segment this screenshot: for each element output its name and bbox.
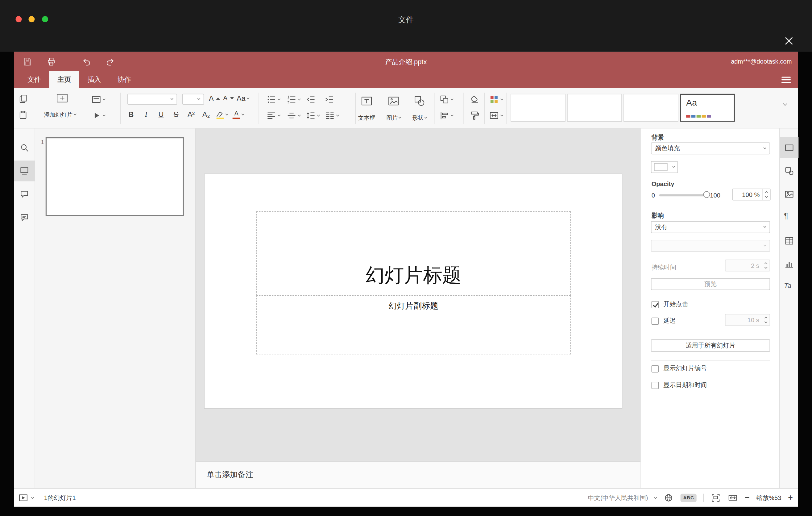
underline-button[interactable]: U [156,111,166,119]
font-size-select[interactable] [182,94,204,105]
slide-thumbnail-1[interactable] [46,137,184,216]
show-date-time-row: 显示日期和时间 [651,381,707,390]
insert-textbox-button[interactable]: 文本框 [353,93,379,123]
line-spacing-button[interactable] [306,111,319,121]
start-slideshow-status-button[interactable] [18,492,29,503]
insert-columns-button[interactable] [324,111,339,121]
shape-settings-icon[interactable] [784,166,794,176]
opacity-input[interactable]: 100 % [732,189,770,201]
copy-style-button[interactable] [469,111,480,121]
zoom-in-button[interactable]: + [788,494,793,502]
bold-button[interactable]: B [126,111,136,119]
image-settings-icon[interactable] [784,189,794,200]
close-icon[interactable] [782,34,796,48]
chat-feedback-icon[interactable] [19,212,30,223]
font-name-select[interactable] [127,94,177,105]
fit-width-button[interactable] [728,492,738,503]
duration-input: 2 s [725,260,770,271]
comments-icon[interactable] [19,189,30,200]
delay-spinner [762,314,770,325]
zoom-level[interactable]: 缩放%53 [756,493,781,503]
tab-file[interactable]: 文件 [19,71,49,88]
tab-insert[interactable]: 插入 [79,71,109,88]
theme-swatches [686,115,711,118]
home-toolbar: 添加幻灯片 A A Aa B I U S A² A₂ A [14,88,798,128]
slide-thumbnails-panel: 1 [35,128,196,488]
chart-settings-icon[interactable] [784,259,794,269]
arrange-shapes-button[interactable] [439,94,453,105]
delay-row: 延迟 [651,317,676,325]
add-slide-button[interactable]: 添加幻灯片 [44,111,76,118]
decrease-font-button[interactable]: A [222,94,234,102]
slideshow-options-chevron-icon[interactable] [31,496,34,498]
theme-tile-3[interactable] [624,94,678,122]
fit-slide-button[interactable] [710,492,721,503]
strikeout-button[interactable]: S [171,111,181,119]
change-case-button[interactable]: Aa [237,94,249,103]
slide-canvas[interactable]: 幻灯片标题 幻灯片副标题 [204,173,622,409]
status-separator [703,494,704,502]
subtitle-placeholder[interactable]: 幻灯片副标题 [256,295,571,354]
opacity-slider-track[interactable] [659,194,707,196]
align-shapes-button[interactable] [439,111,453,121]
show-date-time-checkbox[interactable] [651,381,659,389]
opacity-slider-knob[interactable] [703,191,710,198]
theme-tile-2[interactable] [567,94,622,122]
add-slide-icon[interactable] [56,92,69,105]
color-scheme-button[interactable] [489,94,503,105]
numbering-button[interactable] [286,94,300,105]
clear-style-button[interactable] [469,94,480,105]
tab-home[interactable]: 主页 [49,71,79,88]
horizontal-align-button[interactable] [266,111,280,121]
table-settings-icon[interactable] [784,236,794,246]
notes-area[interactable]: 单击添加备注 [196,461,640,488]
slide-size-button[interactable] [489,111,503,121]
show-slide-number-label: 显示幻灯片编号 [663,364,707,373]
increase-indent-button[interactable] [324,94,335,105]
italic-button[interactable]: I [141,111,151,119]
apply-to-all-button[interactable]: 适用于所有幻灯片 [651,339,770,351]
document-language-icon[interactable] [664,492,674,503]
theme-tile-4-selected[interactable]: Aa [680,94,735,122]
background-fill-select[interactable]: 颜色填充 [651,143,770,154]
vertical-align-button[interactable] [286,111,300,121]
highlight-color-button[interactable] [216,110,228,119]
insert-shape-button[interactable]: 形状 [407,93,433,123]
theme-gallery-expand-button[interactable] [784,104,787,105]
opacity-spinner[interactable] [762,189,770,200]
left-sidebar [14,128,35,488]
hamburger-menu-icon[interactable] [781,77,791,83]
decrease-indent-button[interactable] [306,94,316,105]
delay-checkbox[interactable] [651,317,659,325]
change-layout-button[interactable] [91,94,105,105]
editing-canvas[interactable]: 幻灯片标题 幻灯片副标题 [196,128,640,461]
zoom-out-button[interactable]: − [745,494,750,502]
start-slideshow-button[interactable] [91,111,105,121]
show-slide-number-checkbox[interactable] [651,365,659,372]
increase-font-button[interactable]: A [208,94,220,103]
superscript-button[interactable]: A² [186,111,197,119]
paste-button[interactable] [18,110,29,120]
title-placeholder[interactable]: 幻灯片标题 [256,211,571,295]
subscript-button[interactable]: A₂ [201,111,211,119]
bullets-button[interactable] [266,94,280,105]
font-color-button[interactable]: A [233,110,244,119]
slides-panel-icon[interactable] [19,166,30,176]
presentation-editor: 产品介绍.pptx adm***@dootask.com 文件 主页 插入 协作… [14,52,798,507]
effect-section-label: 影响 [651,211,664,220]
search-icon[interactable] [19,143,30,153]
textbox-icon [360,94,374,108]
slide-settings-icon[interactable] [784,143,794,153]
spellcheck-button[interactable]: ABC [680,494,697,502]
paragraph-settings-icon[interactable]: ¶ [784,211,788,220]
insert-image-button[interactable]: 图片 [381,93,407,123]
language-label[interactable]: 中文(中华人民共和国) [588,493,648,503]
tab-collaboration[interactable]: 协作 [109,71,139,88]
start-on-click-checkbox[interactable] [651,300,659,308]
textart-settings-icon[interactable]: Ta [784,282,791,289]
effect-select[interactable]: 没有 [651,221,770,233]
copy-button[interactable] [18,94,29,104]
fill-color-select[interactable] [651,161,678,173]
theme-tile-1[interactable] [511,94,566,122]
language-chevron-icon[interactable] [654,496,657,498]
